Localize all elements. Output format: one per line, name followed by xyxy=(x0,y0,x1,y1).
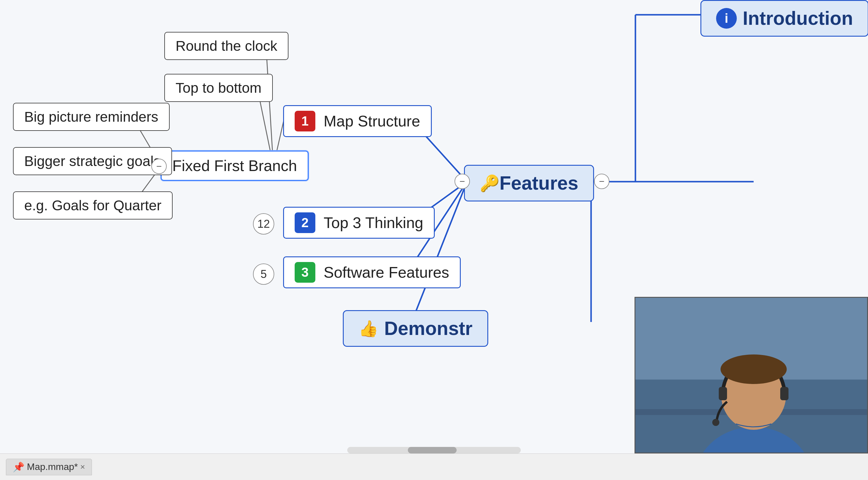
key-icon: 🔑 xyxy=(480,174,499,193)
software-features-node[interactable]: 3 Software Features xyxy=(283,256,461,288)
top-to-bottom-node[interactable]: Top to bottom xyxy=(164,74,273,102)
webcam-video xyxy=(636,298,867,452)
scrollbar-track xyxy=(347,447,521,453)
taskbar-tab-pin: 📌 xyxy=(13,461,25,473)
features-label: Features xyxy=(499,172,578,194)
mindmap-canvas: i Introduction 🔑 Features − − 1 Map Stru… xyxy=(0,0,868,480)
introduction-node[interactable]: i Introduction xyxy=(701,0,868,37)
svg-point-21 xyxy=(712,419,719,426)
big-picture-reminders-node[interactable]: Big picture reminders xyxy=(13,103,169,131)
features-node[interactable]: 🔑 Features xyxy=(464,165,594,201)
features-collapse-btn[interactable]: − xyxy=(455,174,470,189)
person-silhouette xyxy=(636,297,867,453)
map-structure-label: Map Structure xyxy=(323,112,420,130)
thumbs-icon: 👍 xyxy=(359,319,378,338)
taskbar-tab-map[interactable]: 📌 Map.mmap* × xyxy=(6,459,92,475)
badge-3: 3 xyxy=(294,262,315,283)
top3-thinking-node[interactable]: 2 Top 3 Thinking xyxy=(283,207,435,239)
demonstr-label: Demonstr xyxy=(384,318,472,340)
info-icon: i xyxy=(716,8,737,29)
badge-2: 2 xyxy=(294,213,315,233)
svg-point-22 xyxy=(720,354,787,384)
svg-rect-20 xyxy=(780,387,788,400)
svg-line-9 xyxy=(266,46,273,166)
svg-rect-19 xyxy=(719,387,727,400)
fixed-first-branch-label: Fixed First Branch xyxy=(172,157,297,174)
software-features-label: Software Features xyxy=(323,263,449,281)
round-the-clock-node[interactable]: Round the clock xyxy=(164,32,288,60)
goals-for-quarter-node[interactable]: e.g. Goals for Quarter xyxy=(13,191,173,220)
taskbar: 📌 Map.mmap* × xyxy=(0,453,868,480)
features-expand-right-btn[interactable]: − xyxy=(594,174,610,189)
scrollbar-thumb[interactable] xyxy=(408,447,456,453)
introduction-label: Introduction xyxy=(743,7,853,29)
map-structure-node[interactable]: 1 Map Structure xyxy=(283,105,432,137)
connector-num-5: 5 xyxy=(253,263,274,285)
bigger-strategic-goals-label: Bigger strategic goals xyxy=(24,153,161,169)
svg-line-7 xyxy=(412,182,467,322)
badge-1: 1 xyxy=(294,111,315,131)
big-picture-reminders-label: Big picture reminders xyxy=(24,109,158,125)
fixed-first-branch-node[interactable]: Fixed First Branch xyxy=(161,151,309,181)
bigger-strategic-goals-node[interactable]: Bigger strategic goals xyxy=(13,147,172,175)
fixed-branch-collapse-btn[interactable]: − xyxy=(151,159,167,174)
top-to-bottom-label: Top to bottom xyxy=(176,80,261,96)
webcam-overlay xyxy=(634,297,868,453)
taskbar-tab-close[interactable]: × xyxy=(81,462,85,472)
connector-num-12: 12 xyxy=(253,213,274,234)
round-the-clock-label: Round the clock xyxy=(176,38,277,54)
demonstr-node[interactable]: 👍 Demonstr xyxy=(343,310,488,347)
goals-for-quarter-label: e.g. Goals for Quarter xyxy=(24,197,161,214)
taskbar-tab-label: Map.mmap* xyxy=(27,461,78,472)
top3-thinking-label: Top 3 Thinking xyxy=(323,214,423,232)
